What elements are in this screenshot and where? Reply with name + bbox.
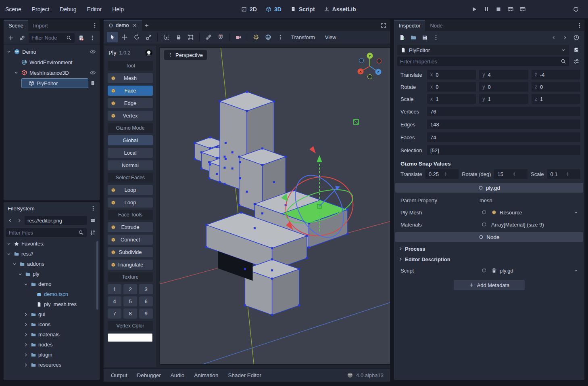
vector-field-rotate-x[interactable]: x0 (427, 82, 476, 92)
scene-tree-row-plyeditor[interactable]: PlyEditor (4, 78, 100, 88)
fs-tree-row-nodes[interactable]: nodes (4, 340, 100, 350)
menu-scene[interactable]: Scene (0, 3, 27, 15)
ply-loop-button-11[interactable]: Loop (108, 197, 153, 208)
preview-environment-button[interactable] (263, 32, 273, 42)
texture-8-button[interactable]: 8 (123, 308, 137, 319)
menu-project[interactable]: Project (27, 3, 55, 15)
fs-tree-row-gui[interactable]: gui (4, 309, 100, 319)
view-extra-options-button[interactable] (275, 32, 286, 42)
menu-view[interactable]: View (321, 32, 341, 42)
expander-icon[interactable] (13, 70, 19, 75)
vector-field-rotate-y[interactable]: y0 (479, 82, 528, 92)
menu-editor[interactable]: Editor (82, 3, 107, 15)
ply-subdivide-button-15[interactable]: Subdivide (108, 247, 153, 257)
expander-icon[interactable] (12, 262, 17, 266)
section-editor-description[interactable]: Editor Description (394, 254, 584, 264)
load-resource-button[interactable] (409, 33, 418, 42)
resource-extra-button[interactable] (431, 33, 441, 42)
ply-local-button-7[interactable]: Local (108, 148, 153, 158)
play-button[interactable] (469, 4, 479, 14)
scale-tool-button[interactable] (143, 32, 154, 42)
close-tab-icon[interactable] (132, 23, 137, 28)
value-field-selection[interactable]: [52] (427, 145, 580, 155)
fs-tree-row-ply-mesh-tres[interactable]: ply_mesh.tres (4, 299, 100, 309)
scene-tree-row-meshinstance3d[interactable]: MeshInstance3D (4, 67, 100, 78)
add-node-button[interactable] (6, 33, 16, 43)
property-value[interactable]: Array[Material] (size 9) (491, 222, 544, 228)
stop-button[interactable] (494, 4, 503, 14)
open-docs-button[interactable] (571, 45, 581, 55)
texture-5-button[interactable]: 5 (123, 296, 137, 306)
texture-6-button[interactable]: 6 (139, 296, 153, 306)
vector-field-scale-y[interactable]: y1 (479, 94, 528, 104)
expander-icon[interactable] (6, 252, 12, 256)
inspector-menu-button[interactable] (575, 21, 584, 30)
vector-field-rotate-z[interactable]: z0 (532, 82, 580, 92)
snap-field-1[interactable]: 15 (494, 169, 528, 179)
object-selector[interactable]: PlyEditor (397, 45, 569, 55)
play-movie-button[interactable] (506, 4, 515, 14)
value-field-faces[interactable]: 74 (427, 132, 580, 142)
snap-field-2[interactable]: 0.1 (547, 169, 581, 179)
inspector-filter-input[interactable] (400, 59, 558, 65)
github-icon[interactable] (145, 49, 153, 57)
sort-files-button[interactable] (88, 228, 97, 237)
fs-tree-row-ply[interactable]: ply (4, 269, 100, 279)
fs-tree-row-res-[interactable]: res:// (4, 249, 100, 259)
tab-import[interactable]: Import (28, 20, 53, 31)
bottom-tab-debugger[interactable]: Debugger (132, 370, 166, 380)
snap-field-0[interactable]: 0.25 (425, 169, 459, 179)
ply-vertex-button-4[interactable]: Vertex (108, 111, 153, 121)
ply-extrude-button-13[interactable]: Extrude (108, 222, 153, 232)
filesystem-menu-button[interactable] (88, 203, 98, 213)
vertex-color-swatch[interactable] (108, 333, 153, 342)
fs-tree-row-demo[interactable]: demo (4, 279, 100, 289)
history-button[interactable] (571, 33, 581, 42)
snap-toggle-button[interactable] (215, 32, 226, 42)
fs-tree-row-icons[interactable]: icons (4, 319, 100, 329)
fs-tree-row-favorites-[interactable]: Favorites: (4, 239, 100, 249)
ply-face-button-2[interactable]: Face (108, 86, 153, 96)
lock-selected-button[interactable] (173, 32, 184, 42)
fs-tree-row-demo-tscn[interactable]: demo.tscn (4, 289, 100, 299)
filesystem-path-input[interactable] (27, 218, 84, 224)
texture-2-button[interactable]: 2 (123, 284, 137, 294)
vector-field-scale-x[interactable]: x1 (427, 94, 476, 104)
instance-scene-button[interactable] (17, 33, 27, 43)
bottom-tab-audio[interactable]: Audio (166, 370, 190, 380)
fs-tree-row-materials[interactable]: materials (4, 329, 100, 340)
pause-button[interactable] (482, 4, 491, 14)
expander-icon[interactable] (23, 332, 29, 337)
visibility-toggle[interactable] (88, 47, 97, 56)
menu-help[interactable]: Help (107, 3, 129, 15)
vector-field-translate-x[interactable]: x0 (427, 70, 476, 80)
movie-maker-button[interactable] (518, 4, 528, 14)
add-metadata-button[interactable]: Add Metadata (454, 280, 525, 290)
fs-tree-row-addons[interactable]: addons (4, 259, 100, 269)
ply-global-button-6[interactable]: Global (108, 135, 153, 145)
select-tool-button[interactable] (107, 32, 118, 42)
fs-tree-row-resources[interactable]: resources (4, 360, 100, 370)
tab-inspector[interactable]: Inspector (394, 20, 425, 31)
visibility-toggle[interactable] (88, 68, 97, 77)
expander-icon[interactable] (6, 49, 12, 54)
history-back-button[interactable] (549, 33, 559, 42)
new-scene-tab-button[interactable] (142, 21, 152, 30)
perspective-menu-button[interactable]: Perspective (164, 50, 207, 60)
tab-scene[interactable]: Scene (4, 20, 28, 31)
scene-tab-demo[interactable]: demo (104, 20, 142, 31)
fs-tree-row-plugin[interactable]: plugin (4, 350, 100, 360)
expander-icon[interactable] (23, 363, 29, 367)
value-field-vertices[interactable]: 76 (427, 107, 580, 116)
camera-override-button[interactable] (233, 32, 244, 42)
value-field-edges[interactable]: 148 (427, 120, 580, 129)
property-filter-button[interactable] (571, 57, 581, 66)
filesystem-path-field[interactable] (25, 216, 87, 225)
ply-loop-button-10[interactable]: Loop (108, 185, 153, 195)
revert-button[interactable] (480, 208, 488, 217)
bottom-tab-animation[interactable]: Animation (189, 370, 223, 380)
tab-node[interactable]: Node (425, 20, 447, 31)
menu-debug[interactable]: Debug (54, 3, 81, 15)
filesystem-filter-input[interactable] (9, 230, 76, 236)
vector-field-translate-y[interactable]: y4 (479, 70, 528, 80)
